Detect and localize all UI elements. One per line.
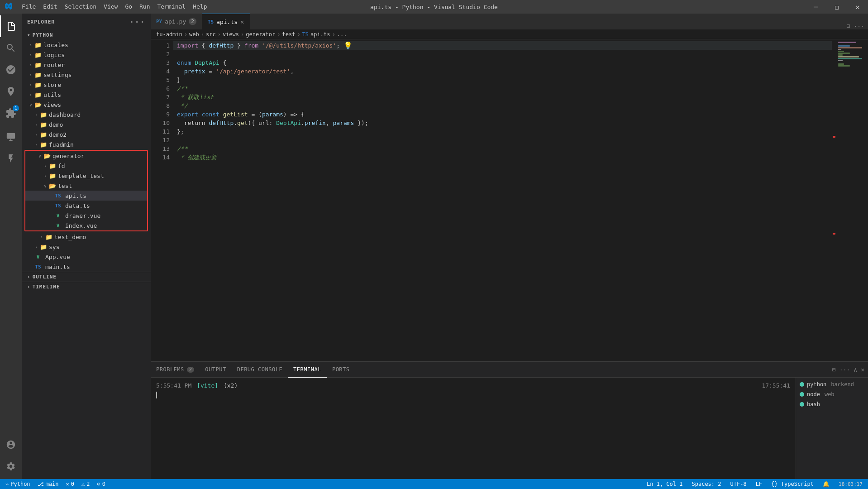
sidebar-item-settings[interactable]: › 📁 settings [22, 70, 151, 80]
code-content[interactable]: import { defHttp } from '/@/utils/http/a… [173, 39, 832, 361]
sidebar-item-label: generator [52, 153, 84, 159]
sidebar-item-demo[interactable]: › 📁 demo [22, 120, 151, 129]
maximize-button[interactable]: ◻ [826, 0, 847, 14]
sidebar-item-locales[interactable]: › 📁 locales [22, 40, 151, 50]
menu-terminal[interactable]: Terminal [154, 0, 190, 14]
search-activity-icon[interactable] [0, 37, 22, 59]
panel-tab-output[interactable]: OUTPUT [200, 362, 231, 378]
menu-run[interactable]: Run [136, 0, 153, 14]
git-branch-status[interactable]: ⎇ main [36, 479, 61, 489]
sidebar-item-dashboard[interactable]: › 📁 dashboard [22, 110, 151, 120]
window-controls[interactable]: ─ ◻ ✕ [806, 0, 868, 14]
remote-status[interactable]: ⌁ Python [4, 479, 32, 489]
chevron-down-icon: ∨ [27, 102, 34, 107]
sidebar-item-api-ts[interactable]: TS api.ts [25, 191, 147, 201]
terminal-instance-python[interactable]: python backend [796, 379, 868, 389]
encoding-status[interactable]: UTF-8 [729, 479, 749, 489]
panel-tab-ports[interactable]: PORTS [327, 362, 355, 378]
sidebar-item-label: router [43, 62, 65, 68]
remote-explorer-activity-icon[interactable] [0, 126, 22, 148]
terminal-instance-bash[interactable]: bash [796, 399, 868, 409]
tab-close-button[interactable]: ✕ [240, 18, 244, 25]
menu-help[interactable]: Help [189, 0, 210, 14]
menu-selection[interactable]: Selection [61, 0, 100, 14]
terminal-instance-node[interactable]: node web [796, 389, 868, 399]
code-line-11: }; [173, 127, 832, 136]
sidebar-item-generator[interactable]: ∨ 📂 generator [25, 151, 147, 161]
timeline-section[interactable]: › TIMELINE [22, 282, 151, 292]
sidebar-item-logics[interactable]: › 📁 logics [22, 50, 151, 60]
title-bar: File Edit Selection View Go Run Terminal… [0, 0, 868, 14]
sidebar-item-test-demo[interactable]: › 📁 test_demo [22, 232, 151, 242]
folder-icon: 📁 [49, 173, 56, 179]
menu-view[interactable]: View [100, 0, 121, 14]
sidebar-item-fuadmin[interactable]: › 📁 fuadmin [22, 139, 151, 149]
panel-tab-terminal[interactable]: TERMINAL [288, 362, 327, 378]
errors-status[interactable]: ✕ 0 [64, 479, 76, 489]
sidebar-item-demo2[interactable]: › 📁 demo2 [22, 129, 151, 139]
sidebar-more-button[interactable]: ··· [129, 17, 145, 27]
split-editor-button[interactable]: ⊟ [847, 23, 850, 29]
breadcrumb-part[interactable]: views [223, 31, 239, 38]
line-ending-status[interactable]: LF [754, 479, 764, 489]
sidebar-item-router[interactable]: › 📁 router [22, 60, 151, 70]
outline-section[interactable]: › OUTLINE [22, 272, 151, 282]
sidebar-item-sys[interactable]: › 📁 sys [22, 242, 151, 252]
breadcrumb-part[interactable]: test [282, 31, 296, 38]
panel-tab-debug-console[interactable]: DEBUG CONSOLE [232, 362, 288, 378]
sidebar-item-main-ts[interactable]: TS main.ts [22, 262, 151, 272]
breadcrumb-part[interactable]: web [189, 31, 199, 38]
breadcrumb-part[interactable]: src [206, 31, 216, 38]
notification-bell[interactable]: 🔔 [821, 479, 831, 489]
breadcrumb-part[interactable]: generator [246, 31, 275, 38]
sidebar-item-utils[interactable]: › 📁 utils [22, 90, 151, 100]
breadcrumb-part[interactable]: fu-admin [156, 31, 182, 38]
panel-more-button[interactable]: ··· [839, 366, 850, 373]
sidebar-item-store[interactable]: › 📁 store [22, 80, 151, 90]
menu-edit[interactable]: Edit [39, 0, 61, 14]
run-debug-activity-icon[interactable] [0, 81, 22, 102]
menu-go[interactable]: Go [121, 0, 136, 14]
tab-api-ts[interactable]: TS api.ts ✕ [202, 14, 250, 29]
terminal-main[interactable]: 5:55:41 PM [vite] (x2) 17:55:41 [151, 378, 796, 479]
menu-bar[interactable]: File Edit Selection View Go Run Terminal… [18, 0, 210, 14]
source-control-activity-icon[interactable] [0, 59, 22, 81]
sidebar-item-drawer-vue[interactable]: V drawer.vue [25, 211, 147, 221]
breadcrumb-part[interactable]: ... [337, 31, 347, 38]
menu-file[interactable]: File [18, 0, 39, 14]
warnings-status[interactable]: ⚠ 2 [80, 479, 91, 489]
language-status[interactable]: {} TypeScript [769, 479, 816, 489]
extensions-activity-icon[interactable]: 1 [0, 102, 22, 124]
code-editor[interactable]: 1 2 3 4 5 6 7 8 9 10 11 12 13 14 [151, 39, 836, 361]
sidebar-item-app-vue[interactable]: V App.vue [22, 252, 151, 262]
breadcrumb-part[interactable]: api.ts [310, 31, 330, 38]
sidebar-item-data-ts[interactable]: TS data.ts [25, 201, 147, 211]
sidebar-item-template-test[interactable]: › 📁 template_test [25, 171, 147, 181]
more-tabs-button[interactable]: ··· [854, 23, 864, 29]
remote-icon: ⌁ [5, 481, 9, 487]
minimize-button[interactable]: ─ [806, 0, 826, 14]
chevron-right-icon: › [33, 112, 40, 117]
sidebar-item-test[interactable]: ∨ 📂 test [25, 181, 147, 191]
remote-count-status[interactable]: ⊙ 0 [95, 479, 107, 489]
panel-tab-problems[interactable]: PROBLEMS 2 [151, 362, 200, 378]
testing-activity-icon[interactable] [0, 148, 22, 169]
sidebar-item-index-vue[interactable]: V index.vue [25, 221, 147, 230]
cursor-position[interactable]: Ln 1, Col 1 [645, 479, 684, 489]
panel-close-button[interactable]: ✕ [861, 366, 864, 373]
folder-icon: 📁 [34, 82, 42, 88]
panel-expand-button[interactable]: ∧ [854, 366, 857, 373]
chevron-right-icon: › [27, 53, 34, 58]
close-button[interactable]: ✕ [847, 0, 868, 14]
editor-scrollbar[interactable] [832, 39, 836, 361]
sidebar-item-views[interactable]: ∨ 📂 views [22, 100, 151, 110]
explorer-activity-icon[interactable] [0, 15, 22, 37]
sidebar-item-fd[interactable]: › 📁 fd [25, 161, 147, 171]
indent-status[interactable]: Spaces: 2 [690, 479, 723, 489]
python-section[interactable]: ▾ PYTHON [22, 30, 151, 40]
accounts-activity-icon[interactable] [0, 434, 22, 455]
terminal-dot [800, 382, 804, 387]
tab-api-py[interactable]: PY api.py 2 [151, 14, 202, 29]
settings-activity-icon[interactable] [0, 455, 22, 477]
panel-split-button[interactable]: ⊟ [832, 366, 836, 373]
